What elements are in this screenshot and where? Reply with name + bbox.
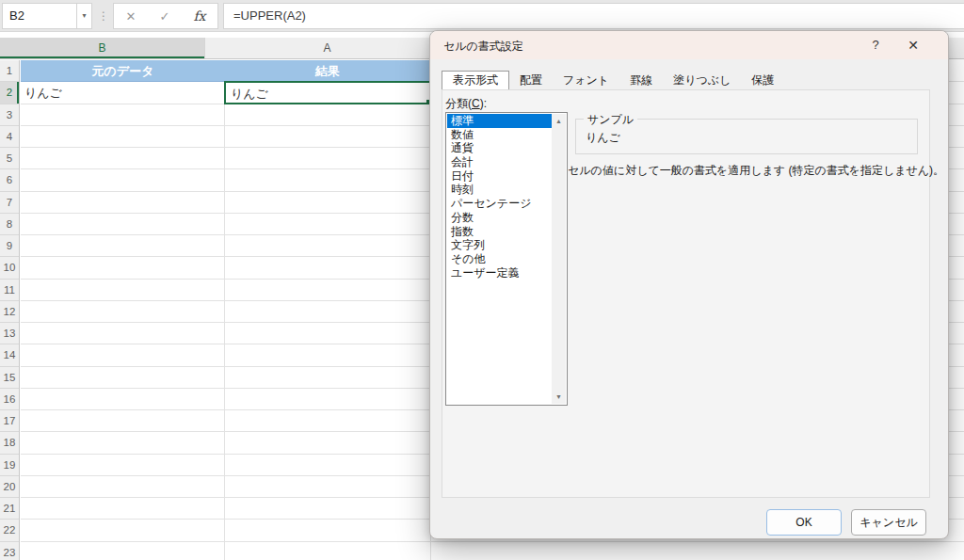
cell-A1[interactable]: 元のデータ (21, 60, 225, 82)
row-header[interactable]: 4 (0, 126, 19, 148)
ok-button[interactable]: OK (766, 509, 842, 536)
sample-value: りんご (586, 130, 620, 146)
close-icon[interactable]: ✕ (903, 35, 924, 56)
category-item[interactable]: 分数 (447, 211, 552, 225)
row-header[interactable]: 23 (0, 542, 19, 560)
row-header[interactable]: 10 (0, 257, 19, 279)
name-box-dropdown-icon[interactable]: ▾ (77, 3, 92, 29)
cell-A2[interactable]: りんご (21, 82, 225, 104)
dialog-tab[interactable]: 保護 (741, 71, 784, 90)
row-header[interactable]: 20 (0, 476, 19, 498)
category-item[interactable]: 時刻 (447, 183, 552, 197)
row-header[interactable]: 21 (0, 498, 19, 520)
category-item[interactable]: 文字列 (447, 238, 552, 252)
row-header[interactable]: 22 (0, 520, 19, 541)
row-header[interactable]: 13 (0, 323, 19, 344)
formula-bar-grip-icon: ⋮ (98, 3, 109, 29)
cell-B1[interactable]: 結果 (225, 60, 430, 82)
listbox-scrollbar[interactable]: ▲ ▼ (552, 114, 566, 404)
column-header[interactable]: B (0, 38, 205, 58)
sample-group-label: サンプル (584, 112, 637, 128)
category-item[interactable]: 数値 (447, 128, 552, 142)
row-header[interactable]: 9 (0, 235, 19, 257)
insert-function-icon[interactable]: fx (193, 8, 205, 24)
dialog-tabs: 表示形式配置フォント罫線塗りつぶし保護 (442, 71, 784, 90)
dialog-tab[interactable]: フォント (553, 71, 619, 90)
category-item[interactable]: 会計 (447, 155, 552, 169)
dialog-tab[interactable]: 罫線 (619, 71, 663, 90)
row-header[interactable]: 8 (0, 214, 19, 235)
category-item[interactable]: その他 (447, 252, 552, 266)
row-header[interactable]: 15 (0, 367, 19, 389)
dialog-tab[interactable]: 塗りつぶし (663, 71, 741, 90)
cell-B2-selected[interactable]: りんご (224, 81, 431, 104)
help-button[interactable]: ? (865, 35, 886, 56)
category-item[interactable]: パーセンテージ (447, 197, 552, 211)
row-header[interactable]: 6 (0, 169, 19, 191)
dialog-tab[interactable]: 表示形式 (442, 71, 509, 90)
dialog-tab[interactable]: 配置 (509, 71, 553, 90)
row-header[interactable]: 11 (0, 280, 19, 301)
row-header[interactable]: 16 (0, 389, 19, 410)
row-header[interactable]: 12 (0, 301, 19, 323)
formula-bar-buttons: ✕ ✓ fx (113, 3, 218, 29)
row-header[interactable]: 14 (0, 344, 19, 366)
sample-groupbox: サンプル りんご (575, 119, 918, 154)
cell-B2-value: りんご (231, 87, 268, 101)
category-listbox[interactable]: 標準数値通貨会計日付時刻パーセンテージ分数指数文字列その他ユーザー定義 ▲ ▼ (445, 112, 568, 406)
category-label: 分類(C): (445, 96, 487, 112)
scroll-down-icon[interactable]: ▼ (552, 390, 566, 404)
category-item[interactable]: 標準 (447, 114, 552, 128)
formula-toolbar: B2 ▾ ⋮ ✕ ✓ fx =UPPER(A2) (0, 0, 964, 32)
category-item[interactable]: 日付 (447, 169, 552, 184)
row-header[interactable]: 2 (0, 82, 19, 104)
row-header[interactable]: 1 (0, 60, 19, 82)
category-item[interactable]: 通貨 (447, 141, 552, 155)
name-box[interactable]: B2 (2, 3, 77, 29)
row-header[interactable]: 7 (0, 192, 19, 214)
enter-entry-icon[interactable]: ✓ (159, 9, 169, 24)
formula-input[interactable]: =UPPER(A2) (223, 3, 964, 29)
category-item[interactable]: 指数 (447, 225, 552, 239)
dialog-titlebar[interactable]: セルの書式設定 ? ✕ (430, 31, 948, 59)
format-description: セルの値に対して一般の書式を適用します (特定の書式を指定しません)。 (568, 163, 948, 179)
cancel-button[interactable]: キャンセル (851, 509, 926, 536)
row-header[interactable]: 18 (0, 432, 19, 454)
category-item[interactable]: ユーザー定義 (447, 266, 552, 280)
format-cells-dialog: セルの書式設定 ? ✕ 表示形式配置フォント罫線塗りつぶし保護 分類(C): 標… (429, 30, 949, 539)
scroll-up-icon[interactable]: ▲ (552, 114, 566, 128)
row-header[interactable]: 17 (0, 410, 19, 432)
gridline (224, 60, 225, 560)
dialog-title: セルの書式設定 (443, 39, 523, 55)
row-headers: 1234567891011121314151617181920212223 (0, 60, 20, 560)
column-header[interactable]: A (225, 38, 430, 58)
row-header[interactable]: 5 (0, 148, 19, 169)
cancel-entry-icon[interactable]: ✕ (126, 9, 137, 24)
row-header[interactable]: 3 (0, 104, 19, 126)
row-header[interactable]: 19 (0, 455, 19, 476)
